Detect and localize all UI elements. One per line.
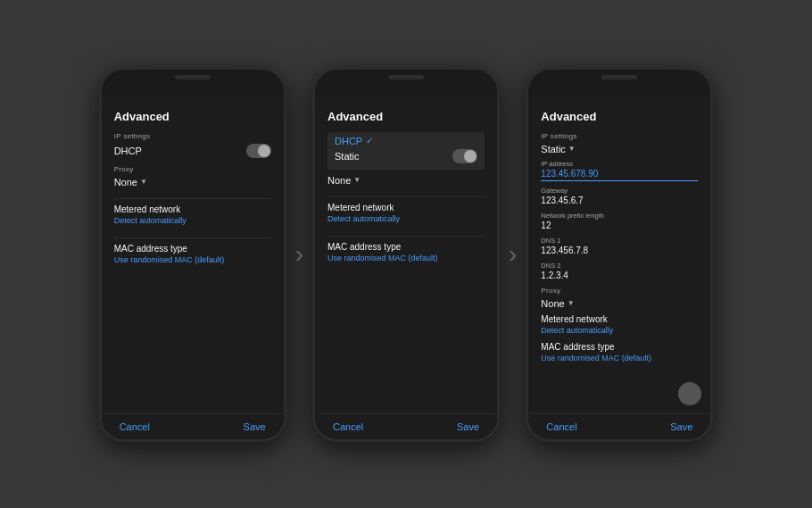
phone1-metered-title: Metered network	[114, 204, 271, 214]
phone3-dns1-value[interactable]: 123.456.7.8	[541, 246, 698, 256]
phone3-prefix-group: Network prefix length 12	[541, 212, 698, 231]
phone3-bottom-bar: Cancel Save	[528, 413, 710, 439]
phone2-metered-sub: Detect automatically	[327, 214, 485, 223]
phone2-metered-title: Metered network	[327, 203, 485, 212]
phone1-mac-title: MAC address type	[114, 244, 271, 254]
phone3-ip-address-value[interactable]: 123.45.678.90	[541, 169, 698, 181]
phone2-dhcp-option[interactable]: DHCP ✓	[335, 136, 477, 146]
phone1-bottom-bar: Cancel Save	[102, 413, 284, 439]
phone-speaker-2	[388, 75, 424, 79]
arrow-2: ›	[509, 242, 517, 267]
phone2-static-option[interactable]: Static	[335, 146, 477, 166]
phone2-toggle[interactable]	[452, 149, 477, 163]
phone-speaker-3	[601, 75, 637, 79]
phone3-mac-title: MAC address type	[541, 342, 698, 352]
phone3-ip-address-label: IP address	[541, 160, 698, 168]
phone1-mac-sub: Use randomised MAC (default)	[114, 255, 271, 264]
phone3-dns2-label: DNS 2	[541, 262, 698, 270]
phone-speaker-1	[175, 75, 211, 79]
phone3-prefix-label: Network prefix length	[541, 212, 698, 220]
phone2-dhcp-check: ✓	[366, 136, 373, 146]
phone3-mac-sub: Use randomised MAC (default)	[541, 354, 698, 362]
phone1-proxy-label: Proxy	[114, 165, 271, 173]
phone3-proxy-value[interactable]: None	[541, 298, 564, 309]
arrow-1: ›	[295, 242, 303, 267]
phone1-proxy-value[interactable]: None	[114, 177, 137, 187]
phone2-divider1	[327, 196, 485, 197]
phone-1: Advanced IP settings DHCP Proxy None ▼ M…	[99, 67, 286, 442]
phone1-title: Advanced	[114, 110, 271, 123]
phone3-dns2-group: DNS 2 1.2.3.4	[541, 262, 698, 281]
phone2-dhcp-label: DHCP	[335, 136, 362, 146]
phone2-proxy-value[interactable]: None	[327, 175, 351, 186]
phone3-gateway-group: Gateway 123.45.6.7	[541, 187, 698, 206]
phone2-mac-item[interactable]: MAC address type Use randomised MAC (def…	[327, 242, 485, 262]
phone3-metered-sub: Detect automatically	[541, 326, 698, 335]
phone2-bottom-bar: Cancel Save	[315, 413, 497, 439]
phone3-cancel-button[interactable]: Cancel	[546, 421, 576, 432]
phone3-ip-address-group: IP address 123.45.678.90	[541, 160, 698, 181]
phone1-save-button[interactable]: Save	[244, 421, 266, 432]
phone-3: Advanced IP settings Static ▼ IP address…	[526, 67, 713, 442]
phone3-proxy-label: Proxy	[541, 287, 698, 295]
phone-2: Advanced DHCP ✓ Static None	[312, 67, 500, 442]
phone3-dns1-group: DNS 1 123.456.7.8	[541, 237, 698, 256]
phone1-cancel-button[interactable]: Cancel	[120, 421, 150, 432]
phone1-mac-item[interactable]: MAC address type Use randomised MAC (def…	[114, 244, 271, 264]
phone1-toggle[interactable]	[246, 144, 271, 158]
phone1-divider2	[114, 237, 271, 238]
phone1-ip-label: IP settings	[114, 132, 271, 140]
phone1-metered-item[interactable]: Metered network Detect automatically	[114, 204, 271, 225]
phone2-divider2	[327, 236, 485, 237]
phone3-mac-item[interactable]: MAC address type Use randomised MAC (def…	[541, 342, 698, 362]
phone2-toggle-knob	[464, 150, 476, 162]
phone3-ip-settings-label: IP settings	[541, 132, 698, 140]
phone1-toggle-knob	[258, 145, 270, 157]
phone3-ip-value[interactable]: Static	[541, 144, 566, 154]
phone3-metered-title: Metered network	[541, 314, 698, 324]
phone3-ip-caret: ▼	[568, 145, 576, 153]
phone1-ip-value[interactable]: DHCP	[114, 146, 246, 156]
phone3-proxy-caret: ▼	[568, 299, 575, 307]
phone3-dns1-label: DNS 1	[541, 237, 698, 245]
phone-screen-2: Advanced DHCP ✓ Static None	[315, 96, 497, 439]
phone1-divider1	[114, 198, 271, 199]
phone2-static-label: Static	[335, 151, 360, 162]
phone3-prefix-value[interactable]: 12	[541, 221, 698, 231]
phone3-gateway-value[interactable]: 123.45.6.7	[541, 196, 698, 206]
phone3-title: Advanced	[541, 110, 698, 123]
phone3-save-button[interactable]: Save	[670, 421, 692, 432]
phone2-mac-sub: Use randomised MAC (default)	[327, 254, 485, 262]
phone2-proxy-caret: ▼	[353, 176, 360, 184]
phone2-title: Advanced	[327, 110, 485, 123]
phone1-metered-sub: Detect automatically	[114, 216, 271, 225]
phone2-mac-title: MAC address type	[327, 242, 485, 252]
phone3-metered-item[interactable]: Metered network Detect automatically	[541, 314, 698, 335]
phone2-metered-item[interactable]: Metered network Detect automatically	[327, 203, 485, 223]
phone3-gateway-label: Gateway	[541, 187, 698, 195]
phone2-cancel-button[interactable]: Cancel	[333, 421, 363, 432]
phone2-dropdown-open[interactable]: DHCP ✓ Static	[327, 132, 485, 170]
phone3-dns2-value[interactable]: 1.2.3.4	[541, 271, 698, 281]
phone2-save-button[interactable]: Save	[457, 421, 479, 432]
phone3-fab-button[interactable]	[678, 382, 701, 405]
phone1-proxy-caret: ▼	[140, 178, 147, 186]
phone-screen-1: Advanced IP settings DHCP Proxy None ▼ M…	[102, 96, 284, 439]
